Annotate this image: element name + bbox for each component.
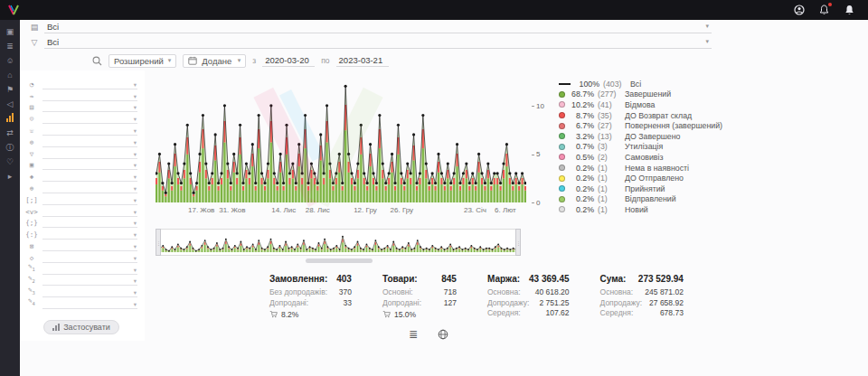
x-axis-label: 26. Гру bbox=[391, 206, 414, 214]
legend-item[interactable]: 6.7%(27)Повернення (завершений) bbox=[559, 120, 726, 131]
range-handle-left[interactable]: ⋮ bbox=[156, 229, 161, 256]
stat-value: 403 bbox=[336, 274, 352, 284]
date-from-input[interactable]: 2020-03-20 bbox=[262, 55, 315, 67]
custom-field-2-select[interactable]: ▾ bbox=[42, 276, 137, 286]
alerts-bell-icon[interactable] bbox=[844, 5, 855, 16]
apply-button[interactable]: Застосувати bbox=[43, 320, 119, 334]
filter-document-select[interactable]: ▾ bbox=[42, 102, 137, 112]
legend-percent: 8.7% bbox=[569, 111, 594, 120]
filter-utm-4-select[interactable]: ▾ bbox=[42, 230, 137, 240]
filter-checkbox-select[interactable]: ▾ bbox=[42, 241, 137, 251]
filter-warehouse-select[interactable]: ▾ bbox=[42, 160, 137, 170]
customers-icon[interactable]: ☺ bbox=[3, 55, 17, 66]
filter-row: ✎1▾ bbox=[25, 263, 137, 275]
filter-manager-select[interactable]: ▾ bbox=[42, 91, 137, 101]
home-icon[interactable]: ⌂ bbox=[3, 70, 17, 80]
filter-site-select[interactable]: ▾ bbox=[42, 183, 137, 193]
legend-count: (1) bbox=[598, 184, 621, 193]
legend-item[interactable]: 0.2%(1)Нема в наявності bbox=[559, 163, 726, 174]
filter-geo-select[interactable]: ▾ bbox=[42, 137, 137, 147]
legend-item[interactable]: 0.5%(2)Самовивіз bbox=[559, 152, 726, 163]
legend-item[interactable]: 68.7%(277)Завершений bbox=[559, 89, 726, 100]
stat-header: Сума:273 529.94 bbox=[600, 274, 684, 284]
list-view-icon[interactable]: ≣ bbox=[409, 328, 418, 341]
upsell-percent-value: 8.2% bbox=[281, 310, 298, 319]
chevron-down-icon: ▾ bbox=[134, 127, 137, 135]
legend-count: (13) bbox=[598, 132, 621, 141]
legend-count: (35) bbox=[598, 111, 621, 120]
integrations-icon[interactable]: ⇄ bbox=[3, 127, 17, 138]
search-icon[interactable] bbox=[92, 56, 102, 66]
partners-icon[interactable]: ♡ bbox=[3, 156, 17, 167]
stat-column: Сума:273 529.94Основна:245 871.02Допрода… bbox=[600, 274, 684, 319]
date-from-label: з bbox=[252, 56, 256, 65]
stat-value: 273 529.94 bbox=[638, 274, 684, 284]
chevron-down-icon: ▾ bbox=[134, 139, 137, 146]
filter-product-select[interactable]: ▾ bbox=[42, 172, 137, 182]
custom-field-3-select[interactable]: ▾ bbox=[42, 287, 137, 297]
legend-label: ДО Завершено bbox=[625, 132, 681, 141]
stat-subrow-label: Допродані: bbox=[269, 298, 308, 307]
chevron-down-icon: ▾ bbox=[134, 243, 137, 250]
chart-y-axis: 0510 bbox=[528, 76, 544, 216]
custom-field-4-select[interactable]: ▾ bbox=[42, 299, 137, 309]
profile-icon[interactable] bbox=[793, 5, 805, 16]
source-filter-select[interactable]: Всі ▾ bbox=[44, 35, 712, 49]
notifications-bell-icon[interactable] bbox=[818, 5, 830, 16]
filter-utm-2-select[interactable]: ▾ bbox=[42, 207, 137, 217]
chevron-down-icon: ▾ bbox=[134, 151, 137, 158]
chevron-down-icon: ▾ bbox=[134, 185, 137, 193]
chevron-down-icon: ▾ bbox=[168, 57, 172, 64]
custom-field-1-select[interactable]: ▾ bbox=[42, 265, 137, 275]
filter-row: ▤▾ bbox=[25, 101, 137, 113]
stat-subrow-label: Допродажу: bbox=[487, 298, 530, 307]
legend-item[interactable]: 0.2%(1)ДО Отправлено bbox=[559, 173, 726, 183]
legend-item[interactable]: 0.7%(3)Утилізація bbox=[559, 142, 726, 153]
filter-utm-3-select[interactable]: ▾ bbox=[42, 218, 137, 228]
announce-icon[interactable]: ◁ bbox=[3, 99, 17, 109]
stat-subrow: Допродажу:2 751.25 bbox=[487, 298, 570, 307]
chevron-down-icon: ▾ bbox=[134, 81, 137, 89]
legend-item[interactable]: 0.2%(1)Прийнятий bbox=[559, 183, 726, 194]
legend-item[interactable]: 100%(403)Всі bbox=[559, 79, 726, 89]
legend-item[interactable]: 8.7%(35)ДО Возврат склад bbox=[559, 110, 726, 121]
search-mode-select[interactable]: Розширений ▾ bbox=[108, 54, 176, 68]
globe-icon[interactable] bbox=[438, 329, 448, 340]
app-logo[interactable] bbox=[7, 4, 20, 16]
legend-percent: 0.2% bbox=[569, 205, 594, 214]
video-icon[interactable]: ▸ bbox=[3, 171, 17, 182]
legend-label: Новий bbox=[625, 205, 648, 214]
filter-funnel-select[interactable]: ▾ bbox=[42, 149, 137, 159]
analytics-icon[interactable] bbox=[3, 113, 17, 124]
filter-utm-1-select[interactable]: ▾ bbox=[42, 195, 137, 205]
filter-funnel-icon: ▽ bbox=[25, 149, 38, 159]
date-field-select[interactable]: Додане ▾ bbox=[183, 54, 246, 68]
bar-chart-icon bbox=[6, 113, 14, 122]
display-icon[interactable]: ▣ bbox=[3, 26, 17, 37]
info-icon[interactable]: ⓘ bbox=[3, 142, 17, 153]
main-chart-svg[interactable] bbox=[156, 76, 526, 204]
legend-item[interactable]: 10.2%(41)Відмова bbox=[559, 99, 726, 110]
range-scrollbar[interactable] bbox=[306, 258, 373, 263]
filter-operator-select[interactable]: ▾ bbox=[42, 114, 137, 124]
x-axis-label: 23. Січ bbox=[464, 206, 486, 214]
flags-icon[interactable]: ⚑ bbox=[3, 84, 17, 95]
filter-phone-icon: ☏ bbox=[25, 126, 38, 136]
filter-source-select[interactable]: ▾ bbox=[42, 80, 137, 89]
page-body: ◔▾✑▾▤▾☺▾☏▾⊚▾▽▾▣▾◈▾⊕▾[;]▾<v>▾{;}▾{:}▾⊠▾◇▾… bbox=[20, 70, 868, 341]
stat-subrow-value: 33 bbox=[343, 298, 351, 307]
range-handle-right[interactable]: ⋮ bbox=[515, 229, 521, 256]
legend-item[interactable]: 3.2%(13)ДО Завершено bbox=[559, 131, 726, 142]
date-to-input[interactable]: 2023-03-21 bbox=[336, 55, 389, 67]
legend-item[interactable]: 0.2%(1)Відправлений bbox=[559, 194, 726, 205]
status-filter-select[interactable]: Всі ▾ bbox=[44, 20, 712, 33]
orders-chart[interactable]: 17. Жов31. Жов14. Лис28. Лис12. Гру26. Г… bbox=[156, 76, 528, 216]
filter-phone-select[interactable]: ▾ bbox=[42, 126, 137, 136]
legend-item[interactable]: 0.2%(1)Новий bbox=[559, 204, 726, 215]
filter-extra-select[interactable]: ▾ bbox=[42, 253, 137, 263]
filter-row: ✎4▾ bbox=[25, 297, 137, 309]
filter-geo-icon: ⊚ bbox=[25, 137, 38, 147]
chart-range-selector[interactable]: ⋮ ⋮ bbox=[156, 229, 521, 256]
orders-list-icon[interactable]: ≣ bbox=[3, 41, 17, 52]
filter-warehouse-icon: ▣ bbox=[25, 160, 38, 170]
